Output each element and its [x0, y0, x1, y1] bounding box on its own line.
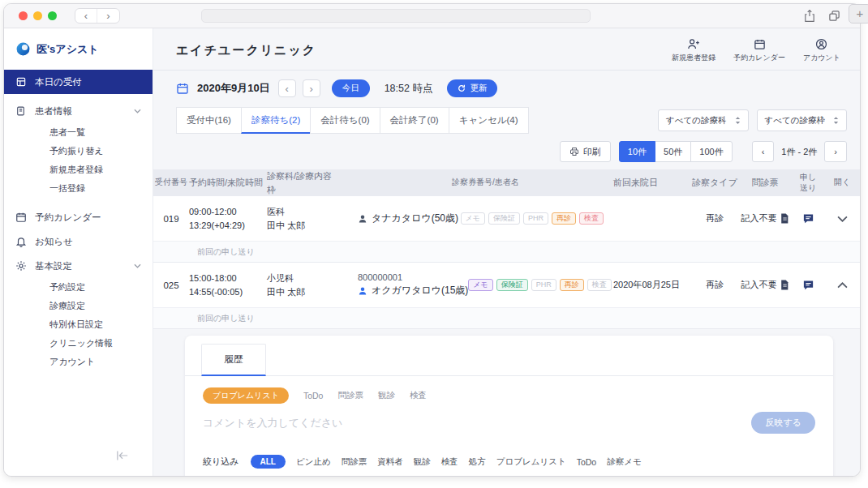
filter-problem-list[interactable]: プロブレムリスト [496, 456, 566, 468]
filter-all[interactable]: ALL [251, 455, 286, 469]
badge-insurance[interactable]: 保険証 [496, 279, 528, 292]
sidebar-item-account[interactable]: アカウント [4, 353, 153, 371]
sidebar-item-reschedule[interactable]: 予約振り替え [4, 142, 153, 161]
person-icon [358, 286, 367, 296]
sidebar-item-reservation-settings[interactable]: 予約設定 [4, 278, 153, 297]
badge-revisit[interactable]: 再診 [552, 212, 576, 225]
reception-table: 受付番号 予約時間/来院時間 診察科/診療内容 枠 診察券番号/患者名 前回来院… [153, 169, 860, 329]
col-header: 受付番号 [153, 178, 189, 188]
sidebar-item-holiday-settings[interactable]: 特別休日設定 [4, 315, 153, 334]
patient-row[interactable]: 025 15:00-18:00 14:55(-00:05) 小児科 田中 太郎 … [153, 263, 860, 308]
next-day-button[interactable]: › [303, 79, 320, 97]
filter-questionnaire[interactable]: 問診票 [342, 456, 367, 468]
badge-exam[interactable]: 検査 [587, 279, 612, 292]
today-button[interactable]: 今日 [332, 79, 370, 97]
tab-cancelled[interactable]: キャンセル(4) [449, 107, 529, 134]
sidebar-item-clinical-settings[interactable]: 診療設定 [4, 297, 153, 315]
prev-day-button[interactable]: ‹ [278, 79, 296, 97]
filter-row: 絞り込み ALL ピン止め 問診票 資料者 観診 検査 処方 プロブレムリスト … [185, 445, 833, 469]
badge-memo[interactable]: メモ [461, 212, 485, 225]
chip-observation[interactable]: 観診 [378, 390, 395, 401]
browser-forward-button[interactable]: › [97, 9, 119, 23]
badge-memo[interactable]: メモ [468, 279, 492, 292]
table-header: 受付番号 予約時間/来院時間 診察科/診療内容 枠 診察券番号/患者名 前回来院… [153, 169, 860, 196]
filter-exam-memo[interactable]: 診察メモ [607, 456, 642, 468]
refresh-button[interactable]: 更新 [447, 79, 497, 97]
sidebar-item-todays-reception[interactable]: 本日の受付 [4, 70, 153, 94]
address-bar[interactable] [201, 9, 591, 23]
action-label: 予約カレンダー [733, 53, 785, 63]
printer-icon [569, 147, 579, 156]
department-select[interactable]: すべての診療科 [658, 109, 748, 131]
prev-page-button[interactable]: ‹ [752, 141, 775, 162]
chip-problem-list[interactable]: プロブレムリスト [203, 387, 289, 404]
sidebar-item-reservation-calendar[interactable]: 予約カレンダー [4, 205, 153, 229]
col-header: 診察券番号/患者名 [358, 178, 613, 188]
comment-input[interactable] [203, 417, 740, 429]
action-label: アカウント [803, 53, 840, 63]
page-size-10[interactable]: 10件 [619, 141, 655, 162]
document-icon[interactable] [780, 213, 789, 224]
page-size-100[interactable]: 100件 [690, 141, 732, 162]
close-window-button[interactable] [19, 11, 28, 20]
page-header: エイチユークリニック 新規患者登録 予約カレンダー [153, 28, 860, 70]
filter-pinned[interactable]: ピン止め [296, 456, 331, 468]
chevron-down-icon[interactable] [837, 216, 848, 222]
minimize-window-button[interactable] [33, 11, 42, 20]
patient-row[interactable]: 019 09:00-12:00 13:29(+04:29) 医科 田中 太郎 [153, 196, 860, 242]
account-button[interactable]: アカウント [803, 38, 840, 63]
visit-type: 再診 [691, 212, 738, 225]
sidebar-item-new-patient[interactable]: 新規患者登録 [4, 161, 153, 179]
chevron-up-icon[interactable] [837, 282, 848, 289]
filter-documents[interactable]: 資料者 [377, 456, 403, 468]
document-icon[interactable] [780, 280, 789, 290]
new-tab-button[interactable]: + [849, 4, 868, 24]
handover-subrow[interactable]: 前回の申し送り [153, 242, 860, 263]
chip-todo[interactable]: ToDo [303, 391, 324, 400]
sidebar-item-bulk-register[interactable]: 一括登録 [4, 179, 153, 198]
as-of-time: 18:52 時点 [385, 82, 433, 96]
badge-exam[interactable]: 検査 [579, 212, 604, 225]
sidebar-item-patient-list[interactable]: 患者一覧 [4, 123, 153, 142]
chip-exam[interactable]: 検査 [410, 390, 427, 401]
chat-icon[interactable] [802, 212, 814, 225]
apply-button[interactable]: 反映する [751, 412, 815, 434]
handover-subrow[interactable]: 前回の申し送り [153, 308, 860, 329]
patient-cell: タナカタロウ(50歳) メモ 保険証 PHR 再診 検査 [358, 212, 613, 225]
badge-phr[interactable]: PHR [523, 212, 548, 225]
logo-icon [15, 41, 31, 57]
filter-todo[interactable]: ToDo [577, 457, 597, 467]
tab-history[interactable]: 履歴 [201, 344, 266, 376]
sidebar-item-settings[interactable]: 基本設定 [4, 254, 153, 278]
next-page-button[interactable]: › [824, 141, 847, 162]
badge-revisit[interactable]: 再診 [560, 279, 584, 292]
chat-icon[interactable] [802, 279, 814, 291]
filter-exam[interactable]: 検査 [441, 456, 458, 468]
reservation-calendar-button[interactable]: 予約カレンダー [733, 38, 785, 63]
slot-select[interactable]: すべての診療枠 [757, 109, 847, 131]
sidebar-item-notifications[interactable]: お知らせ [4, 229, 153, 254]
sidebar-item-clinic-info[interactable]: クリニック情報 [4, 334, 153, 353]
tab-overview-icon[interactable] [828, 10, 840, 22]
share-icon[interactable] [804, 10, 815, 22]
print-button[interactable]: 印刷 [560, 141, 611, 162]
tab-waiting-payment[interactable]: 会計待ち(0) [310, 107, 380, 134]
patient-identity[interactable]: タナカタロウ(50歳) [358, 212, 458, 225]
new-patient-button[interactable]: 新規患者登録 [672, 38, 715, 63]
tab-waiting-exam[interactable]: 診察待ち(2) [241, 107, 311, 134]
calendar-icon [754, 38, 766, 50]
tab-payment-done[interactable]: 会計終了(0) [380, 107, 449, 134]
page-size-50[interactable]: 50件 [655, 141, 691, 162]
chip-questionnaire[interactable]: 問診票 [337, 390, 363, 401]
badge-insurance[interactable]: 保険証 [488, 212, 520, 225]
badge-phr[interactable]: PHR [531, 279, 556, 292]
filter-prescription[interactable]: 処方 [469, 456, 486, 468]
fullscreen-window-button[interactable] [48, 11, 57, 20]
tab-waiting-reception[interactable]: 受付中(16) [176, 107, 242, 134]
filter-observation[interactable]: 観診 [414, 456, 431, 468]
sidebar-collapse-button[interactable] [116, 450, 129, 461]
sidebar-item-patient-info[interactable]: 患者情報 [4, 99, 153, 123]
patient-identity[interactable]: 800000001 オクガワタロウ(15歳) [358, 272, 468, 298]
browser-back-button[interactable]: ‹ [75, 9, 97, 23]
bell-icon [15, 236, 28, 248]
